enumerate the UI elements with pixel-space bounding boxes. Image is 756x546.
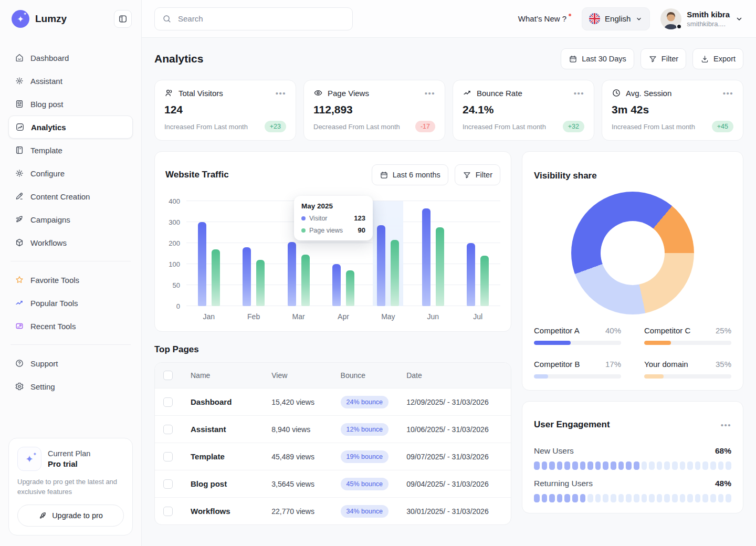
upgrade-to-pro-button[interactable]: Upgrade to pro	[17, 505, 124, 527]
date-range-button[interactable]: Last 30 Days	[561, 48, 634, 69]
card-menu-button[interactable]: •••	[723, 89, 733, 97]
table-header-row: Name View Bounce Date	[155, 363, 511, 388]
engagement-label: Returning Users	[534, 479, 593, 488]
sidebar-item-favorite-tools[interactable]: Favorite Tools	[8, 268, 133, 291]
pageviews-bar-may[interactable]	[391, 240, 399, 306]
brand-name: Lumzy	[35, 13, 67, 25]
sidebar-item-blog-post[interactable]: Blog post	[8, 92, 133, 116]
segment	[549, 461, 555, 470]
current-plan-card: ✦✦ Current Plan Pro trial Upgrade to pro…	[8, 438, 133, 536]
table-row[interactable]: Assistant 8,940 views 12% bounce 10/06/2…	[155, 415, 511, 443]
app-root: ✦✦ Lumzy Dashboard Assistant Blog post	[0, 0, 756, 546]
card-menu-button[interactable]: •••	[574, 89, 584, 97]
page-date: 09/04/2025/ - 31/03/2026	[406, 480, 502, 488]
row-checkbox[interactable]	[163, 425, 173, 434]
segment	[626, 494, 632, 502]
language-label: English	[605, 14, 631, 23]
legend-bar	[534, 374, 621, 379]
sidebar-item-dashboard[interactable]: Dashboard	[8, 46, 133, 69]
visitor-bar-jan[interactable]	[198, 222, 206, 306]
table-row[interactable]: Workflows 22,770 views 34% bounce 30/01/…	[155, 497, 511, 524]
row-checkbox[interactable]	[163, 397, 173, 407]
sidebar-item-support[interactable]: Support	[8, 352, 133, 375]
sidebar-collapse-button[interactable]	[114, 10, 132, 28]
pageviews-bar-apr[interactable]	[346, 270, 354, 306]
sidebar-item-assistant[interactable]: Assistant	[8, 69, 133, 92]
card-menu-button[interactable]: •••	[721, 421, 731, 429]
configure-gear-icon	[15, 169, 24, 178]
user-menu[interactable]: Smith kibra smithkibra....	[660, 8, 743, 29]
language-selector[interactable]: English	[582, 7, 650, 30]
star-icon	[15, 275, 24, 285]
table-row[interactable]: Blog post 3,5645 views 45% bounce 09/04/…	[155, 470, 511, 497]
segment	[572, 494, 578, 502]
pageviews-bar-jun[interactable]	[436, 227, 444, 306]
filter-button[interactable]: Filter	[640, 48, 686, 69]
visitor-bar-apr[interactable]	[332, 264, 341, 306]
sidebar-item-analytics[interactable]: Analytics	[8, 116, 133, 139]
legend-bar	[644, 341, 731, 345]
sidebar-item-label: Template	[30, 146, 62, 155]
sidebar-item-setting[interactable]: Setting	[8, 375, 133, 398]
select-all-checkbox[interactable]	[163, 371, 173, 380]
visitor-bar-feb[interactable]	[243, 247, 251, 306]
traffic-title: Website Traffic	[165, 170, 229, 180]
export-button[interactable]: Export	[692, 48, 743, 69]
legend-item-your-domain: Your domain35%	[644, 360, 731, 379]
calendar-icon	[380, 171, 388, 180]
segment	[557, 494, 563, 502]
segment	[603, 494, 608, 502]
content-column: What’s New ? English Smith kibra smith	[142, 0, 756, 546]
sidebar-item-label: Blog post	[30, 100, 64, 109]
legend-bar	[534, 341, 621, 345]
stat-title: Bounce Rate	[477, 89, 522, 98]
card-menu-button[interactable]: •••	[425, 89, 435, 97]
segment	[549, 494, 555, 502]
segment	[626, 461, 632, 470]
page-name: Blog post	[191, 479, 271, 488]
row-checkbox[interactable]	[163, 507, 173, 516]
engagement-value: 48%	[715, 479, 731, 488]
download-icon	[700, 55, 709, 64]
sidebar-item-configure[interactable]: Configure	[8, 162, 133, 185]
segment	[564, 494, 570, 502]
visitor-bar-mar[interactable]	[288, 242, 296, 306]
card-menu-button[interactable]: •••	[276, 89, 286, 97]
traffic-date-range-button[interactable]: Last 6 months	[372, 164, 448, 185]
table-row[interactable]: Template 45,489 views 19% bounce 09/07/2…	[155, 443, 511, 470]
visitor-bar-may[interactable]	[377, 225, 385, 306]
trend-up-icon	[463, 88, 472, 98]
sidebar-item-workflows[interactable]: Workflows	[8, 231, 133, 254]
sidebar-item-template[interactable]: Template	[8, 139, 133, 162]
sidebar-header: ✦✦ Lumzy	[0, 0, 141, 38]
segment	[595, 461, 601, 470]
pageviews-bar-jul[interactable]	[480, 256, 489, 306]
segment	[718, 461, 724, 470]
x-label-apr: Apr	[321, 312, 365, 321]
page-views: 15,420 views	[271, 398, 340, 406]
table-row[interactable]: Dashboard 15,420 views 24% bounce 12/09/…	[155, 388, 511, 415]
engagement-label: New Users	[534, 446, 574, 456]
search-input[interactable]	[177, 14, 345, 24]
page-date: 12/09/2025/ - 31/03/2026	[406, 398, 502, 406]
row-checkbox[interactable]	[163, 452, 173, 461]
visitor-bar-jun[interactable]	[422, 208, 430, 306]
sidebar-item-recent-tools[interactable]: Recent Tools	[8, 314, 133, 338]
panel-toggle-icon	[118, 14, 128, 24]
pageviews-bar-mar[interactable]	[301, 255, 310, 306]
chart-tooltip: May 2025 Visitor 123 Page	[294, 196, 373, 240]
visitor-bar-jul[interactable]	[467, 243, 475, 306]
sidebar-item-content-creation[interactable]: Content Creation	[8, 185, 133, 208]
pageviews-bar-feb[interactable]	[256, 260, 265, 306]
traffic-filter-button[interactable]: Filter	[455, 164, 500, 185]
sidebar-item-popular-tools[interactable]: Popular Tools	[8, 291, 133, 314]
pageviews-bar-jan[interactable]	[212, 249, 220, 306]
stat-card-avg-session: Avg. Session ••• 3m 42s Increased From L…	[602, 80, 743, 141]
row-checkbox[interactable]	[163, 479, 173, 489]
traffic-filter-label: Filter	[476, 171, 492, 179]
stat-card-page-views: Page Views ••• 112,893 Decreased From La…	[303, 80, 445, 141]
sidebar-item-label: Favorite Tools	[30, 276, 79, 285]
page-date: 30/01/2025/ - 31/03/2026	[406, 507, 502, 516]
whats-new-link[interactable]: What’s New ?	[518, 14, 571, 23]
sidebar-item-campaigns[interactable]: Campaigns	[8, 208, 133, 231]
